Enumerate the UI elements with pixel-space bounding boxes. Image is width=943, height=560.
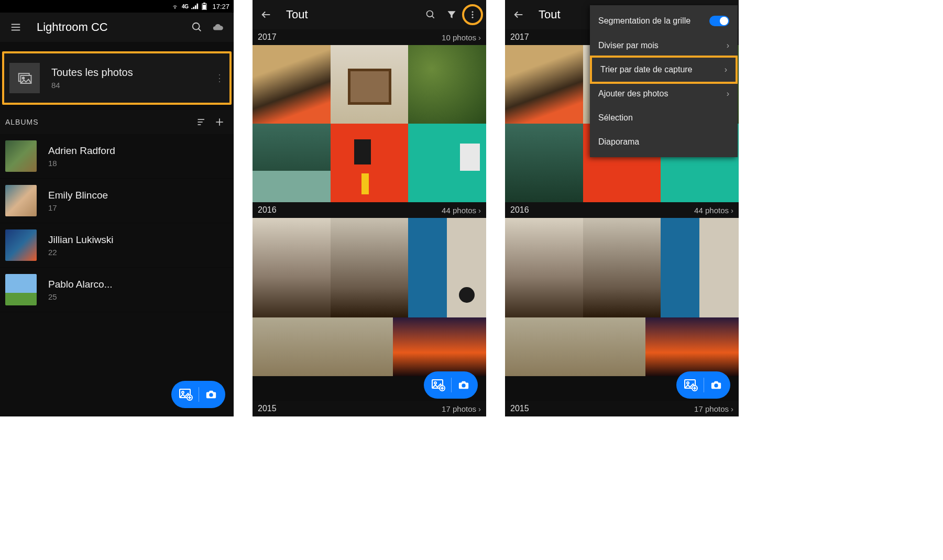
photo-tile[interactable] bbox=[408, 45, 486, 124]
menu-sort-by-capture-date[interactable]: Trier par date de capture › bbox=[590, 56, 738, 84]
photo-tile[interactable] bbox=[583, 218, 661, 317]
svg-point-34 bbox=[462, 383, 465, 387]
year-section-header[interactable]: 2015 17 photos › bbox=[505, 401, 739, 416]
overflow-menu: Segmentation de la grille Diviser par mo… bbox=[590, 5, 738, 157]
year-count: 44 photos › bbox=[442, 206, 481, 215]
photo-tile[interactable] bbox=[253, 218, 331, 317]
menu-grid-segmentation[interactable]: Segmentation de la grille bbox=[590, 8, 738, 34]
toggle-switch[interactable] bbox=[709, 16, 729, 26]
menu-slideshow[interactable]: Diaporama bbox=[590, 130, 738, 154]
photo-tile[interactable] bbox=[393, 317, 486, 376]
grid-title: Tout bbox=[277, 8, 420, 21]
photo-tile[interactable] bbox=[331, 45, 409, 124]
more-icon[interactable]: ⋮ bbox=[215, 72, 224, 84]
album-name: Emily Blincoe bbox=[48, 190, 228, 201]
year-count: 10 photos › bbox=[442, 33, 481, 42]
svg-point-11 bbox=[23, 77, 25, 79]
year-label: 2017 bbox=[258, 32, 277, 42]
search-icon[interactable] bbox=[187, 17, 207, 38]
photo-tile[interactable] bbox=[505, 317, 645, 376]
menu-label: Sélection bbox=[598, 113, 633, 123]
photo-grid-2015-peek bbox=[505, 317, 739, 376]
menu-label: Trier par date de capture bbox=[600, 65, 693, 74]
photo-tile[interactable] bbox=[505, 124, 583, 202]
year-label: 2015 bbox=[510, 404, 529, 413]
app-title: Lightroom CC bbox=[26, 20, 187, 34]
photo-tile[interactable] bbox=[645, 317, 739, 376]
photo-tile[interactable] bbox=[253, 124, 331, 202]
fab-add[interactable] bbox=[424, 371, 478, 399]
chevron-right-icon: › bbox=[727, 89, 729, 98]
album-thumbnail bbox=[5, 229, 37, 261]
photo-tile[interactable] bbox=[408, 124, 486, 202]
chevron-right-icon: › bbox=[478, 206, 481, 215]
photo-tile[interactable] bbox=[505, 218, 583, 317]
year-count: 17 photos › bbox=[694, 404, 733, 413]
menu-label: Ajouter des photos bbox=[598, 89, 668, 98]
overflow-menu-icon[interactable] bbox=[462, 4, 483, 25]
menu-divide-by-month[interactable]: Diviser par mois › bbox=[590, 34, 738, 58]
add-photo-icon[interactable] bbox=[179, 388, 193, 401]
svg-point-37 bbox=[687, 382, 689, 384]
fab-divider bbox=[199, 387, 199, 402]
all-photos-count: 84 bbox=[51, 81, 215, 90]
photo-tile[interactable] bbox=[253, 317, 393, 376]
year-label: 2015 bbox=[258, 404, 277, 413]
all-photos-row[interactable]: Toutes les photos 84 ⋮ bbox=[2, 51, 232, 105]
year-count: 44 photos › bbox=[694, 206, 733, 215]
back-icon[interactable] bbox=[508, 4, 529, 25]
album-item[interactable]: Adrien Radford 18 bbox=[0, 134, 234, 179]
album-count: 22 bbox=[48, 248, 228, 257]
album-item[interactable]: Jillian Lukiwski 22 bbox=[0, 223, 234, 268]
photo-tile[interactable] bbox=[661, 218, 739, 317]
svg-rect-3 bbox=[203, 5, 206, 9]
svg-point-22 bbox=[209, 393, 213, 397]
menu-selection[interactable]: Sélection bbox=[590, 106, 738, 130]
fab-divider bbox=[451, 378, 452, 392]
svg-point-27 bbox=[472, 14, 474, 16]
menu-label: Diaporama bbox=[598, 137, 639, 147]
menu-label: Segmentation de la grille bbox=[598, 16, 690, 26]
fab-add[interactable] bbox=[171, 381, 225, 408]
albums-header: ALBUMS bbox=[0, 110, 234, 134]
chevron-right-icon: › bbox=[731, 206, 733, 215]
album-item[interactable]: Pablo Alarco... 25 bbox=[0, 268, 234, 312]
back-icon[interactable] bbox=[256, 4, 277, 25]
fab-add[interactable] bbox=[676, 371, 730, 399]
svg-line-25 bbox=[432, 16, 434, 18]
chevron-right-icon: › bbox=[727, 41, 729, 50]
cloud-icon[interactable] bbox=[207, 17, 228, 38]
year-section-header[interactable]: 2016 44 photos › bbox=[253, 202, 486, 218]
camera-icon[interactable] bbox=[204, 389, 218, 400]
year-label: 2017 bbox=[510, 32, 529, 42]
photo-tile[interactable] bbox=[331, 124, 409, 202]
photo-grid-2017 bbox=[253, 45, 486, 202]
status-bar: 4G 17:27 bbox=[0, 0, 234, 13]
grid-header: Tout bbox=[253, 0, 486, 29]
photo-tile[interactable] bbox=[331, 218, 409, 317]
search-icon[interactable] bbox=[420, 4, 441, 25]
screen-home: 4G 17:27 Lightroom CC Toutes les photos … bbox=[0, 0, 234, 416]
album-item[interactable]: Emily Blincoe 17 bbox=[0, 179, 234, 223]
svg-point-0 bbox=[175, 8, 176, 9]
year-label: 2016 bbox=[510, 205, 529, 215]
chevron-right-icon: › bbox=[478, 404, 481, 413]
camera-icon[interactable] bbox=[709, 379, 723, 391]
year-section-header[interactable]: 2017 10 photos › bbox=[253, 29, 486, 45]
filter-icon[interactable] bbox=[441, 4, 462, 25]
menu-add-photos[interactable]: Ajouter des photos › bbox=[590, 82, 738, 106]
camera-icon[interactable] bbox=[457, 379, 470, 391]
photo-tile[interactable] bbox=[253, 45, 331, 124]
hamburger-menu-icon[interactable] bbox=[5, 17, 26, 38]
sort-icon[interactable] bbox=[193, 113, 211, 131]
status-time: 17:27 bbox=[212, 3, 229, 10]
add-album-icon[interactable] bbox=[211, 113, 228, 131]
add-photo-icon[interactable] bbox=[684, 379, 698, 391]
add-photo-icon[interactable] bbox=[431, 379, 446, 391]
photo-grid-2015-peek bbox=[253, 317, 486, 376]
battery-icon bbox=[202, 3, 207, 10]
photo-tile[interactable] bbox=[505, 45, 583, 124]
year-section-header[interactable]: 2016 44 photos › bbox=[505, 202, 739, 218]
year-section-header[interactable]: 2015 17 photos › bbox=[253, 401, 486, 416]
photo-tile[interactable] bbox=[408, 218, 486, 317]
